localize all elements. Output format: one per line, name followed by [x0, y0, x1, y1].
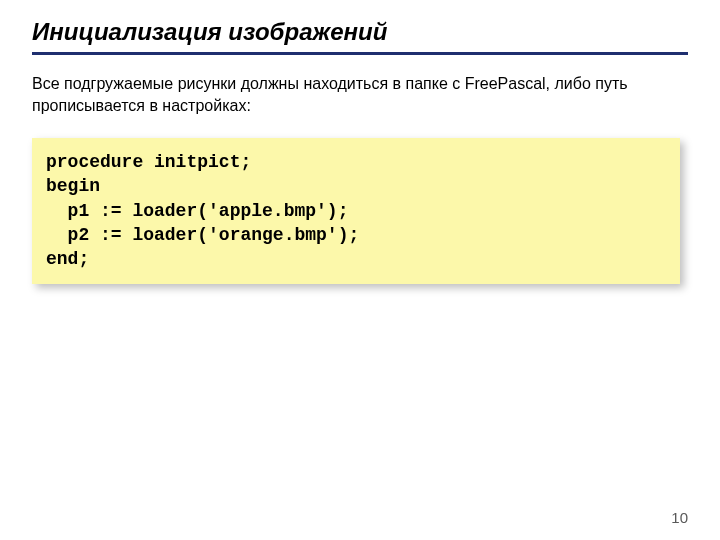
- slide-title: Инициализация изображений: [32, 18, 688, 55]
- slide-description: Все подгружаемые рисунки должны находить…: [32, 73, 688, 116]
- page-number: 10: [671, 509, 688, 526]
- code-block: procedure initpict; begin p1 := loader('…: [32, 138, 680, 283]
